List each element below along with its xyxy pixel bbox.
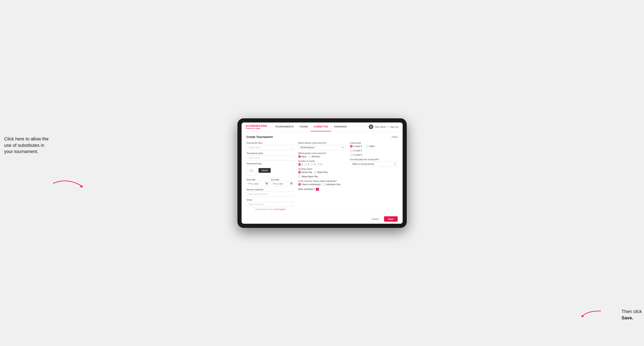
tournament-name-input[interactable] bbox=[246, 155, 294, 161]
form-left-section: Tournament Host ⌄ Tournament name Tourna… bbox=[246, 142, 294, 210]
format-6count5-radio[interactable] bbox=[350, 154, 353, 156]
gender-womens-radio[interactable] bbox=[308, 155, 311, 158]
tournament-host-label: Tournament Host bbox=[246, 142, 294, 144]
tournament-host-input[interactable] bbox=[246, 145, 294, 150]
event-teams-radio[interactable] bbox=[298, 183, 301, 186]
gender-group: Which gender is the event for? Mens Wome… bbox=[298, 152, 346, 158]
substitutes-label: Allow substitutes? bbox=[298, 188, 315, 190]
event-type-radio-group: Teams (+Individuals) Individuals Only bbox=[298, 183, 346, 186]
format-options: 5 count 4 Other 6 count 4 bbox=[350, 145, 398, 156]
nav-logo-text: SCOREBOARD bbox=[246, 124, 267, 127]
format-6count4-radio[interactable] bbox=[350, 149, 353, 152]
back-label: Back bbox=[392, 136, 398, 138]
format-6count4-option[interactable]: 6 count 4 bbox=[350, 149, 398, 152]
end-date-label: End date bbox=[271, 178, 279, 181]
scoring-match-option[interactable]: Match Play bbox=[314, 171, 328, 173]
sponsor-label: Sponsor (optional) bbox=[246, 188, 294, 191]
scoring-medal-option[interactable]: Medal Match Play bbox=[298, 175, 318, 178]
rounds-4-radio[interactable] bbox=[317, 163, 320, 166]
start-date-calendar-icon: 📅 bbox=[265, 182, 268, 185]
rounds-1-radio[interactable] bbox=[298, 163, 301, 166]
scoring-api-select[interactable]: Select a scoring service bbox=[350, 162, 398, 167]
sign-out-link[interactable]: Sign out bbox=[390, 126, 398, 128]
scoring-group: Scoring system Stroke Play Match Play bbox=[298, 168, 346, 178]
scoring-api-group: Use third-party live scoring API? Select… bbox=[350, 158, 398, 167]
sponsor-input[interactable] bbox=[246, 191, 294, 197]
sponsor-group: Sponsor (optional) bbox=[246, 188, 294, 197]
nav-item-teams[interactable]: TEAMS bbox=[296, 123, 311, 132]
scoring-stroke-option[interactable]: Stroke Play bbox=[298, 171, 312, 173]
arrow-left-icon bbox=[51, 175, 84, 191]
format-5count4-radio[interactable] bbox=[350, 145, 353, 148]
division-group: Which division is the event for? NCAA Di… bbox=[298, 142, 346, 150]
format-6count5-option[interactable]: 6 count 5 bbox=[350, 154, 398, 156]
venue-input[interactable] bbox=[246, 202, 294, 207]
substitutes-group: Allow substitutes? bbox=[298, 188, 346, 191]
format-5count4-option[interactable]: 5 count 4 bbox=[350, 145, 362, 148]
upload-button[interactable]: Upload bbox=[258, 168, 271, 173]
nav-item-tournaments[interactable]: TOURNAMENTS bbox=[272, 123, 296, 132]
date-row: Start date 📅 End date 📅 bbox=[246, 177, 294, 186]
format-other-radio[interactable] bbox=[366, 145, 369, 148]
scoring-label: Scoring system bbox=[298, 168, 346, 170]
rounds-4-option[interactable]: 4 bbox=[317, 163, 322, 166]
form-right-section: Format type 5 count 4 Other bbox=[350, 142, 398, 210]
nav-user: B blair admin | Sign out bbox=[369, 125, 398, 129]
event-teams-option[interactable]: Teams (+Individuals) bbox=[298, 183, 321, 186]
save-button[interactable]: Save bbox=[384, 216, 398, 222]
nav-logo: SCOREBOARD Powered by clippd bbox=[246, 124, 267, 129]
venue-dropdown-icon: ⌄ bbox=[291, 203, 292, 206]
nav-avatar: B bbox=[369, 125, 373, 129]
annotation-right-text2: Save. bbox=[622, 315, 634, 321]
gender-mens-option[interactable]: Mens bbox=[298, 155, 306, 158]
scoring-api-label: Use third-party live scoring API? bbox=[350, 158, 398, 161]
arrow-right-icon bbox=[580, 309, 603, 319]
tournament-logo-label: Tournament logo bbox=[246, 163, 294, 165]
division-select[interactable]: NCAA Division I bbox=[298, 145, 346, 150]
tournament-logo-group: Tournament logo Upload bbox=[246, 163, 294, 175]
annotation-left-text: Click here to allow the use of substitut… bbox=[4, 136, 48, 154]
rounds-3-option[interactable]: 3 bbox=[311, 163, 316, 166]
scoring-medal-radio[interactable] bbox=[298, 175, 301, 178]
gender-womens-option[interactable]: Womens bbox=[308, 155, 320, 158]
cancel-button[interactable]: Cancel bbox=[368, 216, 382, 222]
substitutes-checkbox[interactable] bbox=[316, 188, 319, 191]
svg-marker-3 bbox=[581, 315, 584, 318]
event-individuals-radio[interactable] bbox=[322, 183, 325, 186]
gender-radio-group: Mens Womens bbox=[298, 155, 346, 158]
page-header: Create Tournament ‹ Back bbox=[246, 135, 398, 139]
start-date-wrap: 📅 bbox=[246, 181, 270, 186]
form-grid: Tournament Host ⌄ Tournament name Tourna… bbox=[246, 142, 398, 210]
event-type-label: Is this event for Teams and/or Individua… bbox=[298, 180, 346, 182]
logo-upload-area: Upload bbox=[246, 166, 294, 175]
venue-email-link[interactable]: email support bbox=[274, 208, 285, 210]
end-date-group: End date 📅 bbox=[271, 177, 294, 186]
rounds-2-option[interactable]: 2 bbox=[304, 163, 309, 166]
rounds-2-radio[interactable] bbox=[304, 163, 307, 166]
rounds-3-radio[interactable] bbox=[311, 163, 314, 166]
end-date-wrap: 📅 bbox=[271, 181, 294, 186]
annotation-right: Then click Save. bbox=[622, 309, 642, 321]
form-middle-section: Which division is the event for? NCAA Di… bbox=[298, 142, 346, 210]
rounds-1-option[interactable]: 1 bbox=[298, 163, 303, 166]
division-label: Which division is the event for? bbox=[298, 142, 346, 144]
end-date-calendar-icon: 📅 bbox=[290, 182, 293, 185]
nav-item-committee[interactable]: COMMITTEE bbox=[311, 123, 331, 132]
logo-placeholder-icon bbox=[246, 166, 256, 175]
gender-mens-radio[interactable] bbox=[298, 155, 301, 158]
scoring-stroke-radio[interactable] bbox=[298, 171, 301, 173]
venue-label: Venue bbox=[246, 199, 294, 201]
host-dropdown-icon: ⌄ bbox=[291, 146, 292, 149]
event-individuals-option[interactable]: Individuals Only bbox=[322, 183, 340, 186]
venue-group: Venue ⌄ Can't find your venue? email sup… bbox=[246, 199, 294, 210]
event-type-group: Is this event for Teams and/or Individua… bbox=[298, 180, 346, 186]
scoring-match-radio[interactable] bbox=[314, 171, 316, 173]
rounds-group: Number of rounds 1 2 bbox=[298, 160, 346, 166]
nav-item-rankings[interactable]: RANKINGS bbox=[331, 123, 350, 132]
substitutes-checkbox-group: Allow substitutes? bbox=[298, 188, 346, 191]
scoreboard-text: SCOREBOARD bbox=[246, 124, 267, 127]
format-other-option[interactable]: Other bbox=[366, 145, 375, 148]
format-label: Format type bbox=[350, 142, 398, 144]
back-link[interactable]: ‹ Back bbox=[391, 136, 398, 138]
tablet-screen: SCOREBOARD Powered by clippd TOURNAMENTS… bbox=[242, 123, 403, 224]
